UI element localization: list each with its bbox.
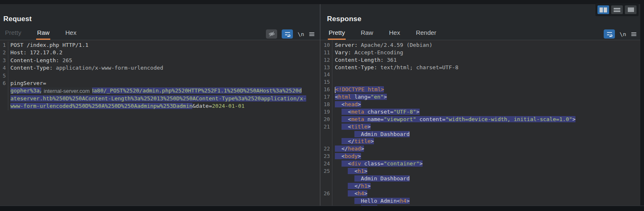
line-number: 3 [0, 57, 8, 64]
code-segment: > [420, 160, 423, 167]
request-panel: Request PrettyRawHex \n [0, 4, 320, 206]
code-segment: ateserver.htb%250D%250AContent-Length%3a… [10, 95, 306, 102]
code-segment: > [416, 109, 420, 115]
code-segment [335, 116, 342, 122]
code-segment: 361 [383, 57, 396, 63]
line-number [320, 175, 332, 182]
code-text[interactable] [332, 71, 640, 78]
code-segment: POST /index.php HTTP/1.1 [10, 42, 88, 48]
word-wrap-button[interactable] [604, 29, 615, 39]
code-text[interactable]: Content-Length: 265 [8, 57, 320, 64]
line-number: 24 [320, 160, 332, 167]
line-number: 6 [0, 80, 8, 87]
tab-raw[interactable]: Raw [360, 29, 374, 40]
code-segment: Admin Dashboard [354, 131, 410, 137]
code-text[interactable]: Content-Type: text/html; charset=UTF-8 [332, 64, 640, 71]
code-text[interactable]: Hello Admin<h4> [332, 197, 640, 205]
code-line: www-form-urlencoded%250D%250A%250D%250Aa… [0, 102, 320, 110]
code-segment: > [572, 116, 575, 122]
code-segment: %3a80/_POST%2520/admin.php%2520HTTP%252F… [87, 87, 302, 94]
code-segment: Content-Type: [335, 64, 377, 70]
code-text[interactable]: ateserver.htb%250D%250AContent-Length%3a… [8, 95, 320, 102]
code-text[interactable]: <h1> [332, 167, 640, 175]
code-text[interactable]: Server: Apache/2.4.59 (Debian) [332, 41, 640, 49]
single-layout-button[interactable] [625, 5, 637, 14]
code-text[interactable]: </h1> [332, 182, 640, 190]
line-number: 5 [0, 72, 8, 80]
tab-pretty[interactable]: Pretty [328, 29, 346, 40]
code-text[interactable] [332, 78, 640, 86]
request-editor[interactable]: 1POST /index.php HTTP/1.12Host: 172.17.0… [0, 40, 320, 206]
code-text[interactable]: Admin Dashboard [332, 175, 640, 182]
editor-menu-button[interactable] [631, 32, 637, 37]
newline-toggle[interactable]: \n [619, 31, 626, 37]
code-text[interactable]: <!DOCTYPE html> [332, 86, 640, 93]
line-number [320, 182, 332, 190]
code-text[interactable]: <meta charset="UTF-8"> [332, 108, 640, 116]
code-segment: "en" [371, 94, 383, 100]
code-text[interactable]: <h4> [332, 190, 640, 197]
code-segment: h1 [358, 168, 364, 174]
line-number: 23 [320, 153, 332, 160]
code-segment: Admin Dashboard [354, 175, 410, 182]
code-text[interactable]: pingServer= [8, 80, 320, 87]
code-text[interactable]: </title> [332, 138, 640, 145]
code-segment: h4 [358, 190, 364, 196]
code-text[interactable]: Vary: Accept-Encoding [332, 49, 640, 56]
single-layout-icon [628, 7, 634, 12]
code-text[interactable]: Content-Length: 361 [332, 56, 640, 64]
response-editor[interactable]: 910Server: Apache/2.4.59 (Debian)11Vary:… [320, 40, 640, 206]
code-segment: "container" [383, 160, 419, 167]
line-number: 13 [320, 64, 332, 71]
code-segment: < [348, 190, 357, 196]
code-text[interactable]: <head> [332, 101, 640, 108]
line-number [320, 138, 332, 145]
editor-menu-button[interactable] [309, 32, 315, 37]
tab-render[interactable]: Render [415, 29, 437, 40]
code-segment: < [335, 101, 344, 107]
code-segment: 2024-01-01 [212, 103, 244, 109]
code-text[interactable]: <meta name="viewport" content="width=dev… [332, 116, 640, 123]
code-line: 4Content-Type: application/x-www-form-ur… [0, 64, 320, 72]
code-text[interactable]: <title> [332, 123, 640, 131]
code-segment: < [342, 124, 351, 130]
code-segment: www-form-urlencoded%250D%250A%250D%250Aa… [10, 103, 192, 109]
code-segment: Content-Type: [10, 65, 53, 71]
code-line: 3Content-Length: 265 [0, 57, 320, 64]
word-wrap-button[interactable] [282, 29, 293, 39]
line-number [0, 95, 8, 102]
line-number: 11 [320, 49, 332, 56]
code-text[interactable]: <html lang="en"> [332, 93, 640, 101]
code-text[interactable]: Admin Dashboard [332, 131, 640, 138]
code-line: 11Vary: Accept-Encoding [320, 49, 640, 56]
code-segment: < [342, 116, 351, 122]
line-number: 21 [320, 123, 332, 131]
stacked-layout-button[interactable] [611, 5, 623, 14]
tab-pretty: Pretty [4, 29, 22, 40]
code-text[interactable]: <body> [332, 153, 640, 160]
code-segment: > [371, 138, 374, 144]
columns-layout-button[interactable] [597, 5, 609, 14]
code-segment: Hello Admin< [354, 198, 400, 204]
code-segment: content= [416, 116, 445, 122]
tab-hex[interactable]: Hex [388, 29, 401, 40]
code-text[interactable]: Host: 172.17.0.2 [8, 49, 320, 56]
tab-raw[interactable]: Raw [36, 29, 50, 40]
code-text[interactable] [8, 72, 320, 80]
newline-toggle[interactable]: \n [297, 31, 304, 37]
request-tabs: PrettyRawHex [4, 27, 77, 40]
code-text[interactable]: </head> [332, 145, 640, 153]
code-segment: Host: 172.17.0.2 [10, 49, 62, 56]
code-text[interactable]: POST /index.php HTTP/1.1 [8, 41, 320, 49]
code-line: 26 <h4> [320, 190, 640, 197]
code-text[interactable]: gopher%3a/internal-server.com%3a80/_POST… [8, 87, 320, 95]
hide-nonprintable-button[interactable] [266, 29, 277, 39]
code-segment: > [367, 183, 371, 189]
code-text[interactable]: Content-Type: application/x-www-form-url… [8, 64, 320, 72]
code-segment [335, 160, 342, 167]
code-text[interactable]: <div class="container"> [332, 160, 640, 167]
tab-hex[interactable]: Hex [64, 29, 77, 40]
code-segment: "UTF-8" [393, 109, 416, 115]
code-text[interactable]: www-form-urlencoded%250D%250A%250D%250Aa… [8, 102, 320, 110]
line-number: 12 [320, 56, 332, 64]
